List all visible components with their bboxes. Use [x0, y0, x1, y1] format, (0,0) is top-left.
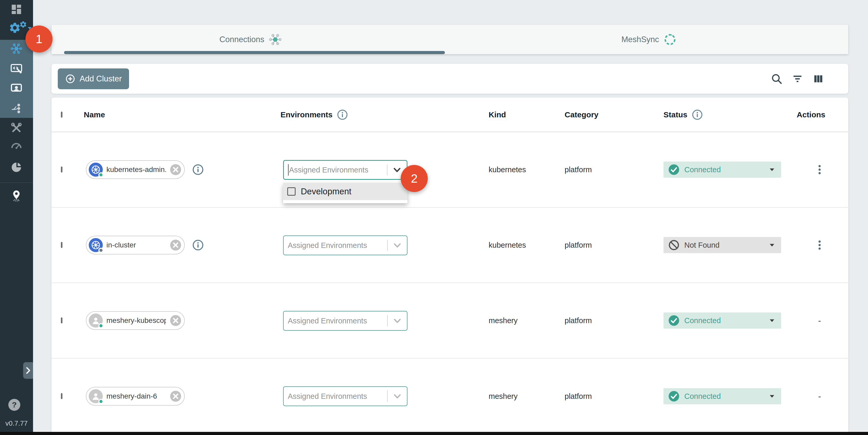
code-window-icon[interactable] — [10, 62, 23, 75]
assigned-environments-placeholder: Assigned Environments — [288, 317, 367, 325]
environments-info-icon[interactable] — [337, 109, 348, 120]
view-columns-icon[interactable] — [812, 73, 824, 85]
flow-branch-icon[interactable] — [10, 102, 23, 115]
environment-option-label: Development — [301, 187, 351, 196]
check-circle-icon — [668, 391, 680, 402]
tab-meshsync[interactable]: MeshSync — [450, 25, 848, 54]
health-dot-green — [98, 172, 103, 178]
filter-icon[interactable] — [792, 73, 803, 85]
location-pin-icon[interactable] — [10, 190, 22, 201]
annotation-step-1-badge: 1 — [26, 26, 53, 53]
status-dropdown[interactable]: Not Found — [663, 237, 781, 253]
annotation-step-2-badge: 2 — [401, 165, 428, 192]
kind-cell: kubernetes — [489, 165, 526, 174]
row-checkbox[interactable] — [61, 166, 62, 173]
row-checkbox[interactable] — [61, 242, 62, 248]
row-actions-empty: - — [808, 316, 831, 326]
chevron-down-icon[interactable] — [392, 164, 403, 175]
chevron-right-icon — [24, 366, 33, 375]
column-header-kind: Kind — [489, 110, 506, 119]
chip-delete-icon[interactable] — [169, 239, 182, 251]
connections-table: Name Environments Kind Category Status A… — [52, 98, 848, 432]
select-divider — [387, 240, 388, 251]
row-actions-menu-icon[interactable] — [814, 164, 826, 176]
select-divider — [387, 164, 388, 175]
mesh-connections-icon[interactable] — [10, 42, 23, 55]
meshsync-ring-icon — [663, 33, 677, 46]
connection-info-icon[interactable] — [192, 239, 204, 251]
row-checkbox[interactable] — [61, 317, 62, 323]
sidebar-expand-button[interactable] — [23, 362, 33, 379]
kubernetes-icon — [89, 238, 103, 252]
add-cluster-button[interactable]: Add Cluster — [58, 68, 129, 89]
check-circle-icon — [668, 315, 680, 326]
environments-dropdown-menu: Development — [283, 183, 407, 203]
dashboard-icon[interactable] — [10, 3, 23, 15]
kind-cell: meshery — [489, 392, 518, 401]
assigned-environments-select[interactable]: Assigned Environments — [283, 160, 407, 180]
status-label: Connected — [684, 392, 721, 401]
environment-option-development[interactable]: Development — [283, 183, 407, 200]
chevron-down-icon[interactable] — [392, 315, 403, 326]
assigned-environments-select[interactable]: Assigned Environments — [283, 386, 407, 406]
connection-name-label: in-cluster — [106, 241, 166, 249]
user-screen-icon[interactable] — [10, 82, 23, 95]
search-icon[interactable] — [771, 73, 783, 85]
chip-delete-icon[interactable] — [169, 390, 182, 402]
table-row: meshery-kubescop... Assigned Environment… — [52, 283, 848, 359]
column-header-actions: Actions — [797, 110, 825, 119]
category-cell: platform — [565, 316, 592, 325]
column-header-category: Category — [565, 110, 598, 119]
status-label: Connected — [684, 165, 721, 174]
status-dropdown[interactable]: Connected — [663, 388, 781, 404]
kind-cell: meshery — [489, 316, 518, 325]
health-dot-green — [98, 399, 103, 404]
slash-circle-icon — [668, 239, 680, 251]
chevron-down-icon[interactable] — [392, 240, 403, 251]
row-actions-empty: - — [808, 391, 831, 401]
assigned-environments-select[interactable]: Assigned Environments — [283, 236, 407, 255]
connection-name-label: meshery-dain-6 — [106, 392, 166, 400]
patterns-pie-icon[interactable] — [10, 161, 23, 174]
gauge-icon[interactable] — [10, 140, 23, 152]
crossed-wrenches-icon[interactable] — [10, 122, 23, 134]
status-dropdown[interactable]: Connected — [663, 312, 781, 329]
connection-name-chip[interactable]: meshery-dain-6 — [86, 387, 185, 406]
status-label: Not Found — [684, 241, 719, 249]
chip-delete-icon[interactable] — [169, 164, 182, 176]
health-dot-green — [98, 323, 103, 328]
kubernetes-icon — [89, 163, 103, 177]
row-checkbox[interactable] — [61, 393, 62, 399]
status-dropdown[interactable]: Connected — [663, 161, 781, 178]
category-cell: platform — [565, 392, 592, 401]
table-header-row: Name Environments Kind Category Status A… — [52, 98, 848, 132]
tab-connections[interactable]: Connections — [52, 25, 450, 54]
app-version: v0.7.77 — [0, 420, 33, 428]
status-info-icon[interactable] — [691, 109, 703, 120]
connection-info-icon[interactable] — [192, 164, 204, 176]
column-header-environments: Environments — [280, 109, 348, 120]
select-divider — [387, 315, 388, 327]
assigned-environments-select[interactable]: Assigned Environments — [283, 311, 407, 331]
table-row: kubernetes-admin... Assigned Environment… — [52, 132, 848, 208]
chevron-down-icon[interactable] — [392, 391, 403, 402]
help-button[interactable]: ? — [8, 399, 20, 411]
avatar-person-icon — [89, 389, 103, 403]
settings-gear-small-icon — [19, 21, 27, 28]
chip-delete-icon[interactable] — [169, 315, 182, 327]
sidebar: ? v0.7.77 — [0, 0, 33, 435]
connection-name-chip[interactable]: in-cluster — [86, 236, 185, 254]
tab-connections-label: Connections — [219, 35, 264, 44]
caret-down-icon — [768, 165, 776, 174]
avatar-person-icon — [89, 313, 103, 328]
text-cursor — [288, 164, 288, 176]
status-label: Connected — [684, 316, 721, 325]
connection-name-chip[interactable]: meshery-kubescop... — [86, 311, 185, 330]
tab-meshsync-label: MeshSync — [621, 35, 659, 44]
kind-cell: kubernetes — [489, 241, 526, 249]
environment-option-checkbox[interactable] — [287, 187, 296, 196]
caret-down-icon — [768, 392, 776, 401]
connection-name-chip[interactable]: kubernetes-admin... — [86, 160, 185, 179]
row-actions-menu-icon[interactable] — [814, 239, 826, 251]
select-all-checkbox[interactable] — [61, 112, 62, 118]
